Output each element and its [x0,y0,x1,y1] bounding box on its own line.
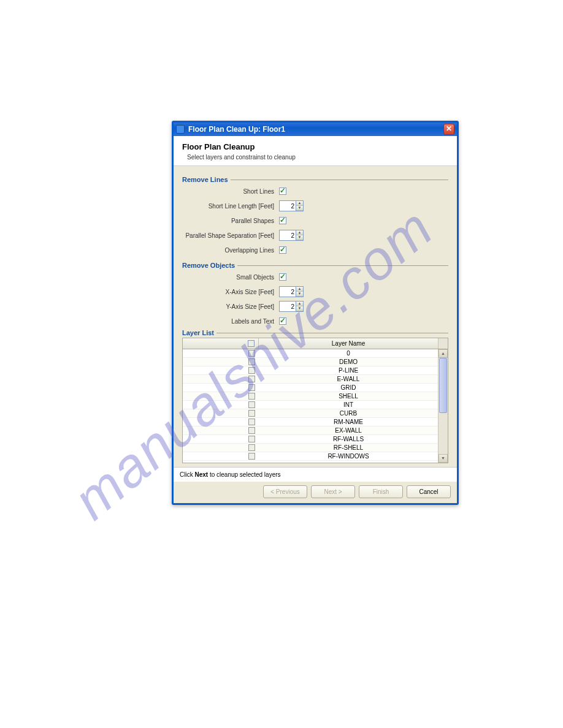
layer-row-checkbox[interactable] [248,410,255,417]
layer-row[interactable]: SHELL [183,392,438,401]
layer-name-cell: RF-WINDOWS [259,453,438,460]
layer-scrollbar[interactable]: ▲ ▼ [438,349,448,463]
spinner-down-icon[interactable]: ▼ [296,292,303,297]
y-axis-size-input[interactable] [280,301,296,311]
layer-name-cell: P-LINE [259,367,438,374]
window-title: Floor Plan Clean Up: Floor1 [188,125,285,134]
spinner-down-icon[interactable]: ▼ [296,306,303,311]
spinner-up-icon[interactable]: ▲ [296,301,303,306]
spinner-up-icon[interactable]: ▲ [296,287,303,292]
layer-row[interactable]: P-LINE [183,366,438,375]
layer-row[interactable]: RF-WINDOWS [183,452,438,461]
layer-name-cell: RM-NAME [259,419,438,425]
layer-row-checkbox[interactable] [248,444,255,451]
finish-button[interactable]: Finish [359,485,403,498]
spinner-up-icon[interactable]: ▲ [296,201,303,206]
labels-and-text-label: Labels and Text [182,318,279,325]
spinner-down-icon[interactable]: ▼ [296,206,303,211]
layer-table-body: 0DEMOP-LINEE-WALLGRIDSHELLINTCURBRM-NAME… [183,349,448,463]
remove-lines-group-label: Remove Lines [182,176,448,183]
remove-objects-group-label: Remove Objects [182,262,448,269]
previous-button[interactable]: < Previous [263,485,307,498]
x-axis-size-spinner[interactable]: ▲ ▼ [279,286,304,297]
parallel-separation-spinner[interactable]: ▲ ▼ [279,230,304,241]
layer-row[interactable]: 0 [183,349,438,358]
close-button[interactable]: ✕ [443,124,454,135]
dialog-content: Remove Lines Short Lines Short Line Leng… [174,166,457,467]
parallel-separation-input[interactable] [280,230,296,240]
x-axis-size-input[interactable] [280,287,296,297]
scroll-down-icon[interactable]: ▼ [439,454,448,463]
layer-row[interactable]: INT [183,401,438,409]
layer-name-cell: RF-SHELL [259,444,438,451]
header-subtitle: Select layers and constrainst to cleanup [187,154,448,161]
spinner-down-icon[interactable]: ▼ [296,235,303,240]
scroll-thumb[interactable] [439,358,447,413]
small-objects-checkbox[interactable] [279,273,286,281]
next-button[interactable]: Next > [311,485,355,498]
layer-list-group-label: Layer List [182,329,448,336]
layer-name-cell: SHELL [259,393,438,400]
layer-table-header: Layer Name [183,338,448,349]
layer-name-column-header: Layer Name [259,338,438,349]
layer-name-cell: INT [259,401,438,408]
layer-row-checkbox[interactable] [248,367,255,374]
y-axis-size-label: Y-Axis Size [Feet] [182,303,279,310]
short-line-length-spinner[interactable]: ▲ ▼ [279,200,304,211]
layer-row-checkbox[interactable] [248,453,255,460]
layer-row[interactable]: RF-SHELL [183,444,438,452]
parallel-shapes-label: Parallel Shapes [182,218,279,224]
layer-row[interactable]: DEMO [183,358,438,366]
layer-name-cell: DEMO [259,358,438,365]
dialog-header: Floor Plan Cleanup Select layers and con… [174,136,457,166]
layer-name-cell: EX-WALL [259,427,438,434]
parallel-shapes-checkbox[interactable] [279,217,286,224]
layer-name-cell: E-WALL [259,376,438,382]
short-lines-checkbox[interactable] [279,188,286,195]
layer-row[interactable]: EX-WALL [183,427,438,435]
layer-name-cell: GRID [259,384,438,391]
scroll-header [438,338,448,349]
layer-table: Layer Name 0DEMOP-LINEE-WALLGRIDSHELLINT… [182,338,448,463]
overlapping-lines-checkbox[interactable] [279,246,286,254]
short-lines-label: Short Lines [182,188,279,195]
layer-row-checkbox[interactable] [248,384,255,391]
layer-row[interactable]: E-WALL [183,375,438,384]
wizard-button-row: < Previous Next > Finish Cancel [174,482,457,503]
layer-row-checkbox[interactable] [248,436,255,442]
layer-row[interactable]: CURB [183,409,438,418]
floor-plan-cleanup-dialog: Floor Plan Clean Up: Floor1 ✕ Floor Plan… [172,121,459,505]
y-axis-size-spinner[interactable]: ▲ ▼ [279,301,304,312]
layer-name-cell: RF-WALLS [259,436,438,442]
layer-row-checkbox[interactable] [248,358,255,365]
app-icon [176,125,185,134]
layer-row[interactable]: RM-NAME [183,418,438,427]
cancel-button[interactable]: Cancel [407,485,451,498]
layer-name-cell: 0 [259,350,438,357]
small-objects-label: Small Objects [182,274,279,281]
header-checkbox-column[interactable] [183,338,259,349]
short-line-length-label: Short Line Length [Feet] [182,203,279,210]
titlebar: Floor Plan Clean Up: Floor1 ✕ [174,123,457,136]
layer-row-checkbox[interactable] [248,401,255,408]
x-axis-size-label: X-Axis Size [Feet] [182,289,279,295]
scroll-up-icon[interactable]: ▲ [439,349,448,358]
labels-and-text-checkbox[interactable] [279,317,286,325]
layer-name-cell: CURB [259,410,438,417]
layer-row[interactable]: RF-WALLS [183,435,438,444]
select-all-checkbox[interactable] [248,340,255,347]
layer-row-checkbox[interactable] [248,427,255,434]
layer-row-checkbox[interactable] [248,419,255,425]
layer-row-checkbox[interactable] [248,376,255,382]
overlapping-lines-label: Overlapping Lines [182,247,279,254]
parallel-separation-label: Parallel Shape Separation [Feet] [182,232,279,239]
layer-row-checkbox[interactable] [248,350,255,357]
layer-row[interactable]: GRID [183,384,438,392]
header-title: Floor Plan Cleanup [182,142,448,151]
footer-instruction: Click Next to cleanup selected layers [174,467,457,482]
spinner-up-icon[interactable]: ▲ [296,230,303,235]
layer-row-checkbox[interactable] [248,393,255,400]
short-line-length-input[interactable] [280,201,296,211]
